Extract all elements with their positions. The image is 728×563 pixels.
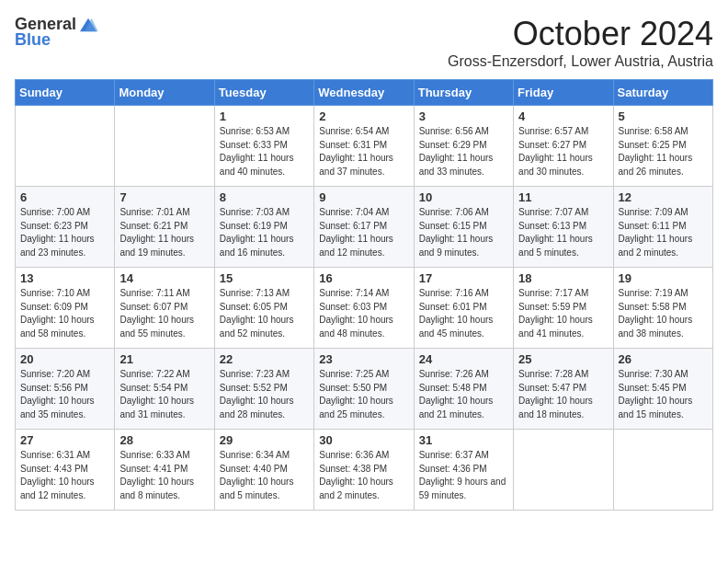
day-info: Sunrise: 7:03 AMSunset: 6:19 PMDaylight:… xyxy=(220,206,309,259)
day-number: 11 xyxy=(518,190,608,204)
day-number: 3 xyxy=(419,109,508,123)
day-info: Sunrise: 7:16 AMSunset: 6:01 PMDaylight:… xyxy=(419,287,508,340)
day-number: 24 xyxy=(419,352,508,366)
month-title: October 2024 xyxy=(448,15,713,53)
day-number: 28 xyxy=(119,433,209,447)
day-info: Sunrise: 7:17 AMSunset: 5:59 PMDaylight:… xyxy=(518,287,608,340)
calendar-cell: 14Sunrise: 7:11 AMSunset: 6:07 PMDayligh… xyxy=(115,268,214,349)
day-number: 27 xyxy=(20,433,109,447)
day-info: Sunrise: 7:04 AMSunset: 6:17 PMDaylight:… xyxy=(319,206,408,259)
day-info: Sunrise: 6:37 AMSunset: 4:36 PMDaylight:… xyxy=(419,449,508,502)
day-info: Sunrise: 6:56 AMSunset: 6:29 PMDaylight:… xyxy=(419,125,508,178)
calendar-cell: 18Sunrise: 7:17 AMSunset: 5:59 PMDayligh… xyxy=(514,268,613,349)
day-number: 21 xyxy=(119,352,209,366)
calendar-table: SundayMondayTuesdayWednesdayThursdayFrid… xyxy=(15,79,713,511)
calendar-cell xyxy=(115,106,214,187)
calendar-cell: 28Sunrise: 6:33 AMSunset: 4:41 PMDayligh… xyxy=(115,430,214,511)
day-number: 9 xyxy=(319,190,408,204)
calendar-cell: 4Sunrise: 6:57 AMSunset: 6:27 PMDaylight… xyxy=(514,106,613,187)
calendar-cell: 9Sunrise: 7:04 AMSunset: 6:17 PMDaylight… xyxy=(314,187,414,268)
calendar-week-row: 20Sunrise: 7:20 AMSunset: 5:56 PMDayligh… xyxy=(16,349,713,430)
day-info: Sunrise: 6:58 AMSunset: 6:25 PMDaylight:… xyxy=(619,125,708,178)
day-number: 7 xyxy=(119,190,209,204)
day-info: Sunrise: 7:00 AMSunset: 6:23 PMDaylight:… xyxy=(20,206,109,259)
day-number: 5 xyxy=(619,109,708,123)
day-info: Sunrise: 7:25 AMSunset: 5:50 PMDaylight:… xyxy=(319,368,408,421)
calendar-cell: 3Sunrise: 6:56 AMSunset: 6:29 PMDaylight… xyxy=(414,106,513,187)
weekday-header: Saturday xyxy=(613,80,712,106)
calendar-cell: 1Sunrise: 6:53 AMSunset: 6:33 PMDaylight… xyxy=(214,106,313,187)
page-header: General Blue October 2024 Gross-Enzersdo… xyxy=(15,15,713,70)
day-info: Sunrise: 7:19 AMSunset: 5:58 PMDaylight:… xyxy=(619,287,708,340)
calendar-week-row: 1Sunrise: 6:53 AMSunset: 6:33 PMDaylight… xyxy=(16,106,713,187)
calendar-cell: 22Sunrise: 7:23 AMSunset: 5:52 PMDayligh… xyxy=(214,349,313,430)
day-info: Sunrise: 7:23 AMSunset: 5:52 PMDaylight:… xyxy=(220,368,309,421)
day-info: Sunrise: 7:26 AMSunset: 5:48 PMDaylight:… xyxy=(419,368,508,421)
day-info: Sunrise: 7:09 AMSunset: 6:11 PMDaylight:… xyxy=(619,206,708,259)
day-info: Sunrise: 7:07 AMSunset: 6:13 PMDaylight:… xyxy=(518,206,608,259)
day-number: 22 xyxy=(220,352,309,366)
day-number: 13 xyxy=(20,271,109,285)
calendar-cell: 8Sunrise: 7:03 AMSunset: 6:19 PMDaylight… xyxy=(214,187,313,268)
calendar-cell: 11Sunrise: 7:07 AMSunset: 6:13 PMDayligh… xyxy=(514,187,613,268)
day-number: 8 xyxy=(220,190,309,204)
day-number: 15 xyxy=(220,271,309,285)
day-number: 1 xyxy=(220,109,309,123)
day-number: 25 xyxy=(518,352,608,366)
calendar-cell: 16Sunrise: 7:14 AMSunset: 6:03 PMDayligh… xyxy=(314,268,414,349)
calendar-cell: 21Sunrise: 7:22 AMSunset: 5:54 PMDayligh… xyxy=(115,349,214,430)
calendar-cell: 17Sunrise: 7:16 AMSunset: 6:01 PMDayligh… xyxy=(414,268,513,349)
day-info: Sunrise: 6:54 AMSunset: 6:31 PMDaylight:… xyxy=(319,125,408,178)
day-number: 29 xyxy=(220,433,309,447)
calendar-cell xyxy=(16,106,115,187)
calendar-cell: 31Sunrise: 6:37 AMSunset: 4:36 PMDayligh… xyxy=(414,430,513,511)
day-number: 20 xyxy=(20,352,109,366)
day-number: 4 xyxy=(518,109,608,123)
logo-icon xyxy=(78,17,98,33)
day-number: 30 xyxy=(319,433,408,447)
day-info: Sunrise: 7:22 AMSunset: 5:54 PMDaylight:… xyxy=(119,368,209,421)
day-number: 10 xyxy=(419,190,508,204)
day-info: Sunrise: 7:11 AMSunset: 6:07 PMDaylight:… xyxy=(119,287,209,340)
day-number: 12 xyxy=(619,190,708,204)
calendar-cell: 25Sunrise: 7:28 AMSunset: 5:47 PMDayligh… xyxy=(514,349,613,430)
calendar-cell: 24Sunrise: 7:26 AMSunset: 5:48 PMDayligh… xyxy=(414,349,513,430)
day-number: 18 xyxy=(518,271,608,285)
weekday-header: Sunday xyxy=(16,80,115,106)
day-number: 14 xyxy=(119,271,209,285)
logo-blue-text: Blue xyxy=(15,30,51,50)
calendar-cell: 12Sunrise: 7:09 AMSunset: 6:11 PMDayligh… xyxy=(613,187,712,268)
calendar-cell: 19Sunrise: 7:19 AMSunset: 5:58 PMDayligh… xyxy=(613,268,712,349)
calendar-cell: 5Sunrise: 6:58 AMSunset: 6:25 PMDaylight… xyxy=(613,106,712,187)
day-info: Sunrise: 7:14 AMSunset: 6:03 PMDaylight:… xyxy=(319,287,408,340)
calendar-week-row: 13Sunrise: 7:10 AMSunset: 6:09 PMDayligh… xyxy=(16,268,713,349)
day-number: 6 xyxy=(20,190,109,204)
day-number: 17 xyxy=(419,271,508,285)
logo: General Blue xyxy=(15,15,98,50)
calendar-cell: 26Sunrise: 7:30 AMSunset: 5:45 PMDayligh… xyxy=(613,349,712,430)
day-info: Sunrise: 6:53 AMSunset: 6:33 PMDaylight:… xyxy=(220,125,309,178)
calendar-week-row: 6Sunrise: 7:00 AMSunset: 6:23 PMDaylight… xyxy=(16,187,713,268)
calendar-cell: 27Sunrise: 6:31 AMSunset: 4:43 PMDayligh… xyxy=(16,430,115,511)
day-info: Sunrise: 7:30 AMSunset: 5:45 PMDaylight:… xyxy=(619,368,708,421)
location-title: Gross-Enzersdorf, Lower Austria, Austria xyxy=(448,53,713,70)
day-info: Sunrise: 6:36 AMSunset: 4:38 PMDaylight:… xyxy=(319,449,408,502)
day-info: Sunrise: 7:06 AMSunset: 6:15 PMDaylight:… xyxy=(419,206,508,259)
weekday-header: Thursday xyxy=(414,80,513,106)
day-number: 2 xyxy=(319,109,408,123)
calendar-cell: 23Sunrise: 7:25 AMSunset: 5:50 PMDayligh… xyxy=(314,349,414,430)
calendar-cell: 15Sunrise: 7:13 AMSunset: 6:05 PMDayligh… xyxy=(214,268,313,349)
calendar-cell xyxy=(613,430,712,511)
day-info: Sunrise: 6:33 AMSunset: 4:41 PMDaylight:… xyxy=(119,449,209,502)
title-block: October 2024 Gross-Enzersdorf, Lower Aus… xyxy=(448,15,713,70)
calendar-cell xyxy=(514,430,613,511)
calendar-cell: 29Sunrise: 6:34 AMSunset: 4:40 PMDayligh… xyxy=(214,430,313,511)
day-info: Sunrise: 7:01 AMSunset: 6:21 PMDaylight:… xyxy=(119,206,209,259)
weekday-header: Monday xyxy=(115,80,214,106)
day-number: 26 xyxy=(619,352,708,366)
calendar-header-row: SundayMondayTuesdayWednesdayThursdayFrid… xyxy=(16,80,713,106)
day-info: Sunrise: 7:28 AMSunset: 5:47 PMDaylight:… xyxy=(518,368,608,421)
calendar-cell: 7Sunrise: 7:01 AMSunset: 6:21 PMDaylight… xyxy=(115,187,214,268)
day-info: Sunrise: 6:57 AMSunset: 6:27 PMDaylight:… xyxy=(518,125,608,178)
day-number: 23 xyxy=(319,352,408,366)
